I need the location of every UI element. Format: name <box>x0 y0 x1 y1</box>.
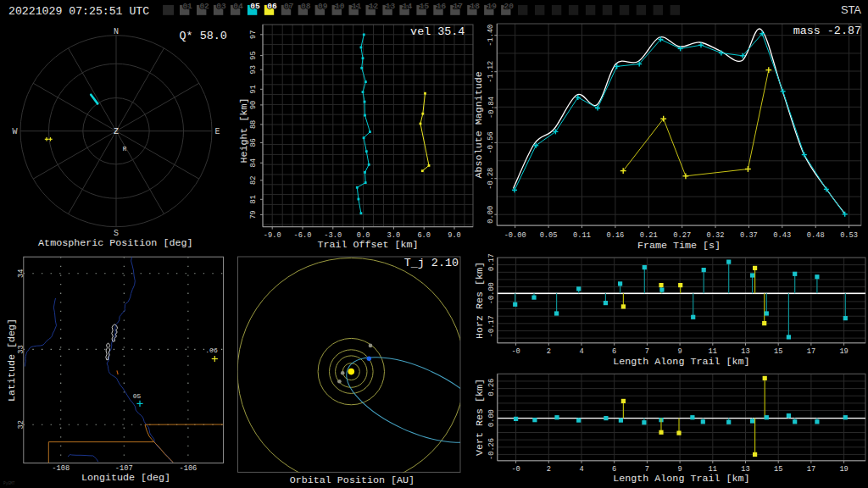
svg-text:-0: -0 <box>511 465 520 474</box>
svg-text:-0.56: -0.56 <box>487 131 496 153</box>
svg-text:Absolute Magnitude: Absolute Magnitude <box>474 71 486 178</box>
svg-text:-0.84: -0.84 <box>487 97 496 119</box>
svg-text:15: 15 <box>774 347 782 356</box>
svg-text:34: 34 <box>17 269 25 278</box>
svg-text:9: 9 <box>677 347 682 356</box>
svg-text:13: 13 <box>386 2 396 11</box>
svg-text:-0.00: -0.00 <box>504 231 526 240</box>
svg-text:-6.0: -6.0 <box>294 231 312 240</box>
svg-text:vel 35.4: vel 35.4 <box>410 25 465 38</box>
svg-text:Length Along Trail [km]: Length Along Trail [km] <box>613 356 749 368</box>
svg-text:12: 12 <box>369 2 379 11</box>
svg-text:7: 7 <box>645 465 649 474</box>
svg-text:17: 17 <box>807 465 815 474</box>
svg-text:-108: -108 <box>52 464 70 473</box>
svg-text:0.32: 0.32 <box>707 231 725 240</box>
svg-text:Vert Res [km]: Vert Res [km] <box>474 379 486 456</box>
svg-text:13: 13 <box>741 465 749 474</box>
svg-text:Q* 58.0: Q* 58.0 <box>180 30 227 42</box>
svg-text:32: 32 <box>17 420 25 429</box>
svg-text:E: E <box>214 127 220 136</box>
svg-text:T_j 2.10: T_j 2.10 <box>404 257 459 269</box>
svg-text:95: 95 <box>250 51 259 59</box>
svg-text:18: 18 <box>470 2 481 11</box>
svg-text:0.27: 0.27 <box>673 231 691 240</box>
svg-text:0.37: 0.37 <box>740 231 758 240</box>
svg-text:Length Along Trail [km]: Length Along Trail [km] <box>613 473 749 485</box>
svg-text:Trail Offset [km]: Trail Offset [km] <box>317 239 418 251</box>
svg-text:0.48: 0.48 <box>807 231 825 240</box>
svg-text:7: 7 <box>645 347 649 356</box>
svg-text:2: 2 <box>547 347 551 356</box>
svg-text:N: N <box>114 27 119 36</box>
svg-text:6: 6 <box>612 465 616 474</box>
svg-text:Frame Time [s]: Frame Time [s] <box>637 240 721 252</box>
svg-text:Horz Res [km]: Horz Res [km] <box>474 262 486 339</box>
svg-text:Orbital Position [AU]: Orbital Position [AU] <box>290 474 415 486</box>
svg-text:08: 08 <box>301 2 311 11</box>
svg-text:19: 19 <box>487 2 497 11</box>
svg-text:81: 81 <box>250 195 259 203</box>
svg-text:4: 4 <box>579 465 583 474</box>
svg-text:0.17: 0.17 <box>487 253 496 271</box>
svg-text:06: 06 <box>267 2 277 11</box>
svg-text:93: 93 <box>250 65 259 74</box>
svg-text:79: 79 <box>250 210 259 219</box>
svg-text:33: 33 <box>17 345 25 353</box>
svg-text:20: 20 <box>504 2 514 11</box>
svg-text:-0.17: -0.17 <box>487 315 496 337</box>
svg-text:-1.12: -1.12 <box>487 61 496 83</box>
svg-text:W: W <box>12 127 17 136</box>
svg-text:03: 03 <box>216 2 226 11</box>
svg-text:0.05: 0.05 <box>540 231 558 240</box>
svg-text:05: 05 <box>250 2 260 11</box>
svg-text:11: 11 <box>352 2 362 11</box>
svg-text:Z: Z <box>114 127 119 136</box>
svg-text:15: 15 <box>420 2 430 11</box>
svg-text:20221029 07:25:51 UTC: 20221029 07:25:51 UTC <box>8 5 149 18</box>
svg-text:6.0: 6.0 <box>417 231 431 240</box>
svg-text:04: 04 <box>233 2 243 11</box>
svg-text:4: 4 <box>579 347 583 356</box>
svg-text:02: 02 <box>199 2 209 11</box>
svg-text:9.0: 9.0 <box>448 231 461 240</box>
svg-text:15: 15 <box>774 465 782 474</box>
svg-text:9: 9 <box>677 465 682 474</box>
svg-text:90: 90 <box>250 101 259 109</box>
svg-text:17: 17 <box>453 2 464 11</box>
svg-text:14: 14 <box>403 2 413 11</box>
svg-text:09: 09 <box>318 2 328 11</box>
svg-text:0.21: 0.21 <box>640 231 658 240</box>
svg-text:-0.00: -0.00 <box>487 282 496 304</box>
svg-text:0.43: 0.43 <box>773 231 791 240</box>
svg-text:PyGMT: PyGMT <box>3 481 15 485</box>
svg-text:-1.40: -1.40 <box>487 25 496 47</box>
svg-text:0.53: 0.53 <box>840 231 858 240</box>
svg-text:91: 91 <box>250 85 259 93</box>
svg-text:Atmospheric Position [deg]: Atmospheric Position [deg] <box>38 237 192 249</box>
svg-text:97: 97 <box>250 30 259 39</box>
svg-text:01: 01 <box>182 2 192 11</box>
svg-text:84: 84 <box>250 158 259 167</box>
svg-text:mass -2.87: mass -2.87 <box>793 25 861 37</box>
svg-text:82: 82 <box>250 176 259 185</box>
svg-text:STA: STA <box>841 3 861 16</box>
svg-text:07: 07 <box>284 2 294 11</box>
svg-text:11: 11 <box>709 465 717 474</box>
svg-text:0.11: 0.11 <box>573 231 591 240</box>
svg-text:0.00: 0.00 <box>487 409 496 427</box>
svg-text:6: 6 <box>612 347 616 356</box>
svg-text:-9.0: -9.0 <box>264 231 281 240</box>
svg-text:2: 2 <box>547 465 551 474</box>
svg-text:05: 05 <box>133 392 142 400</box>
svg-text:-106: -106 <box>179 464 197 473</box>
svg-text:17: 17 <box>807 347 815 356</box>
svg-text:16: 16 <box>437 2 447 11</box>
svg-text:13: 13 <box>741 347 749 356</box>
svg-text:Longitude [deg]: Longitude [deg] <box>81 472 170 484</box>
svg-text:0.16: 0.16 <box>606 231 624 240</box>
svg-text:-0.28: -0.28 <box>487 168 496 190</box>
svg-text:11: 11 <box>709 347 717 356</box>
svg-text:.06: .06 <box>205 347 218 354</box>
svg-text:0.26: 0.26 <box>487 379 496 396</box>
